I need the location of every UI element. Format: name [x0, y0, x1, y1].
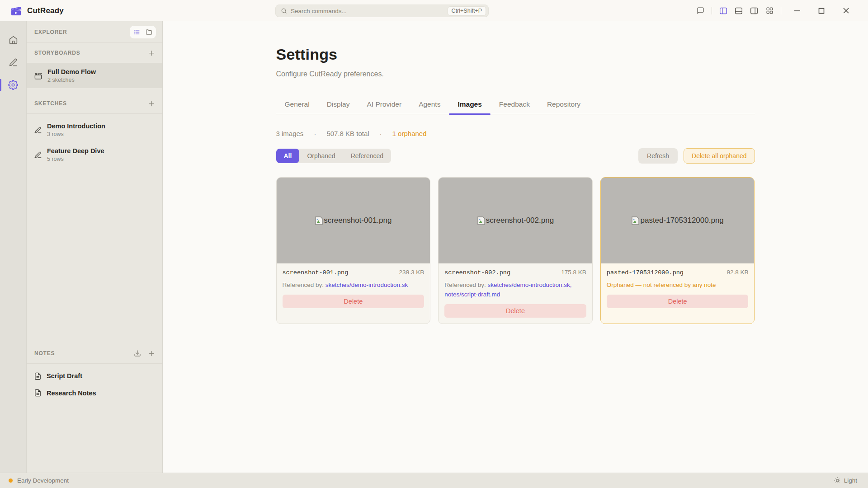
delete-image-button[interactable]: Delete	[444, 304, 586, 318]
grid-layout-icon[interactable]	[762, 5, 777, 17]
search-icon	[281, 8, 287, 14]
delete-all-orphaned-button[interactable]: Delete all orphaned	[684, 148, 755, 164]
status-dot-icon	[9, 479, 13, 483]
orphaned-count: 1 orphaned	[392, 130, 427, 137]
edit-icon	[34, 126, 42, 134]
filter-segmented-control: All Orphaned Referenced	[276, 149, 392, 163]
tab-images[interactable]: Images	[449, 95, 490, 114]
minimize-icon[interactable]	[785, 4, 809, 18]
explorer-view-toggle	[130, 26, 156, 38]
import-note-download-icon[interactable]	[134, 350, 141, 357]
titlebar-separator	[781, 7, 781, 14]
filter-referenced-button[interactable]: Referenced	[343, 149, 391, 163]
theme-toggle[interactable]: Light	[834, 477, 857, 484]
rail-settings-gear-icon[interactable]	[0, 74, 27, 96]
tab-display[interactable]: Display	[318, 95, 359, 114]
page-title: Settings	[276, 46, 755, 63]
sun-icon	[834, 477, 841, 484]
search-shortcut-badge: Ctrl+Shift+P	[448, 6, 486, 16]
add-storyboard-plus-icon[interactable]	[148, 50, 155, 56]
add-sketch-plus-icon[interactable]	[148, 100, 155, 107]
broken-image-alt-text: pasted-1705312000.png	[640, 216, 723, 225]
image-card-orphaned: pasted-1705312000.png pasted-1705312000.…	[600, 177, 755, 324]
image-preview-broken: screenshot-002.png	[439, 178, 592, 263]
refresh-button[interactable]: Refresh	[638, 148, 678, 164]
total-size: 507.8 KB total	[326, 130, 369, 137]
explorer-title: EXPLORER	[34, 29, 67, 35]
broken-image-icon	[631, 216, 640, 225]
filter-all-button[interactable]: All	[276, 149, 300, 163]
image-filename: screenshot-001.png	[283, 269, 349, 276]
maximize-icon[interactable]	[809, 4, 834, 18]
edit-icon	[34, 151, 42, 159]
rail-home-icon[interactable]	[0, 28, 27, 51]
panel-right-toggle-icon[interactable]	[746, 5, 762, 17]
storyboard-name: Full Demo Flow	[47, 68, 96, 76]
broken-image-icon	[477, 216, 486, 225]
titlebar: CutReady Ctrl+Shift+P	[0, 0, 868, 21]
folder-view-icon[interactable]	[143, 27, 155, 37]
page-subtitle: Configure CutReady preferences.	[276, 70, 755, 78]
sketch-meta: 3 rows	[47, 131, 105, 137]
reference-link[interactable]: sketches/demo-introduction.sk,	[487, 282, 571, 288]
image-card: screenshot-001.png screenshot-001.png 23…	[276, 177, 431, 324]
document-icon	[34, 372, 42, 380]
notes-section-title: NOTES	[34, 350, 55, 357]
image-filename: screenshot-002.png	[444, 269, 510, 276]
note-name: Research Notes	[47, 389, 96, 397]
tab-general[interactable]: General	[276, 95, 318, 114]
tab-repository[interactable]: Repository	[538, 95, 589, 114]
broken-image-alt-text: screenshot-002.png	[486, 216, 554, 225]
image-preview-broken: pasted-1705312000.png	[601, 178, 755, 263]
statusbar: Early Development Light	[0, 473, 868, 488]
sketch-meta: 5 rows	[47, 156, 104, 162]
search-input[interactable]	[291, 8, 444, 14]
broken-image-icon	[315, 216, 323, 225]
image-stats: 3 images · 507.8 KB total · 1 orphaned	[276, 130, 755, 137]
reference-link[interactable]: sketches/demo-introduction.sk	[326, 282, 408, 288]
stats-separator: ·	[314, 130, 316, 137]
panel-bottom-toggle-icon[interactable]	[731, 5, 746, 17]
main-area: Settings Configure CutReady preferences.…	[163, 21, 868, 473]
sketch-name: Feature Deep Dive	[47, 147, 104, 155]
image-card: screenshot-002.png screenshot-002.png 17…	[438, 177, 593, 324]
sketch-item-feature-deep-dive[interactable]: Feature Deep Dive 5 rows	[27, 142, 162, 167]
settings-tabs: General Display AI Provider Agents Image…	[276, 95, 755, 114]
app-name: CutReady	[27, 6, 64, 15]
rail-sketch-edit-icon[interactable]	[0, 51, 27, 74]
sketches-section-title: SKETCHES	[34, 100, 67, 107]
note-name: Script Draft	[47, 372, 82, 380]
image-filesize: 239.3 KB	[399, 269, 425, 276]
tab-agents[interactable]: Agents	[410, 95, 449, 114]
note-item-script-draft[interactable]: Script Draft	[27, 368, 162, 385]
sketch-name: Demo Introduction	[47, 122, 105, 130]
image-filesize: 175.8 KB	[561, 269, 586, 276]
referenced-by-line: Referenced by: sketches/demo-introductio…	[444, 281, 586, 300]
referenced-by-label: Referenced by:	[283, 282, 324, 288]
sketch-item-demo-introduction[interactable]: Demo Introduction 3 rows	[27, 117, 162, 142]
delete-image-button[interactable]: Delete	[607, 295, 749, 308]
panel-left-toggle-icon[interactable]	[716, 5, 731, 17]
filter-orphaned-button[interactable]: Orphaned	[299, 149, 343, 163]
storyboards-section-title: STORYBOARDS	[34, 50, 80, 56]
delete-image-button[interactable]: Delete	[283, 295, 425, 308]
tab-ai-provider[interactable]: AI Provider	[358, 95, 410, 114]
note-item-research-notes[interactable]: Research Notes	[27, 385, 162, 402]
feedback-chat-icon[interactable]	[693, 5, 708, 17]
tab-feedback[interactable]: Feedback	[491, 95, 538, 114]
reference-link[interactable]: notes/script-draft.md	[444, 291, 500, 298]
stats-separator: ·	[380, 130, 382, 137]
explorer-panel: EXPLORER STORYBOARDS	[27, 21, 163, 473]
add-note-plus-icon[interactable]	[148, 350, 155, 357]
referenced-by-line: Referenced by: sketches/demo-introductio…	[283, 281, 425, 290]
storyboard-item-full-demo-flow[interactable]: Full Demo Flow 2 sketches	[27, 63, 162, 88]
activity-rail	[0, 21, 27, 473]
close-icon[interactable]	[834, 4, 858, 18]
orphaned-status-line: Orphaned — not referenced by any note	[607, 281, 749, 290]
image-count: 3 images	[276, 130, 304, 137]
status-text: Early Development	[17, 477, 69, 484]
command-search[interactable]: Ctrl+Shift+P	[275, 5, 489, 17]
list-view-icon[interactable]	[131, 27, 142, 37]
image-preview-broken: screenshot-001.png	[277, 178, 430, 263]
referenced-by-label: Referenced by:	[444, 282, 486, 288]
